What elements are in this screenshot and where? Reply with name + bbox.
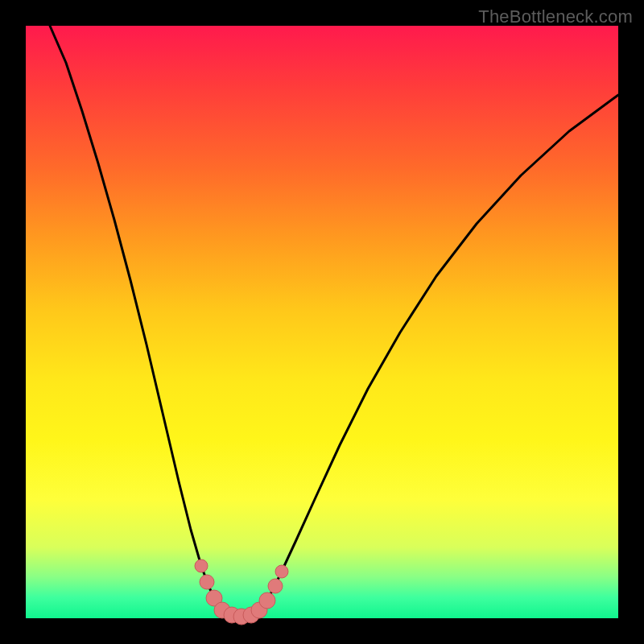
series-right-curve	[258, 95, 618, 615]
valley-marker	[275, 565, 288, 578]
valley-marker	[268, 579, 283, 593]
valley-markers	[195, 559, 288, 625]
series-left-curve	[50, 26, 225, 615]
curve-layer	[26, 26, 618, 618]
valley-marker	[195, 559, 208, 572]
curve-lines	[50, 26, 618, 618]
plot-area	[26, 26, 618, 618]
valley-marker	[200, 575, 214, 589]
chart-frame: TheBottleneck.com	[0, 0, 644, 644]
valley-marker	[259, 592, 275, 609]
watermark-text: TheBottleneck.com	[478, 6, 633, 27]
